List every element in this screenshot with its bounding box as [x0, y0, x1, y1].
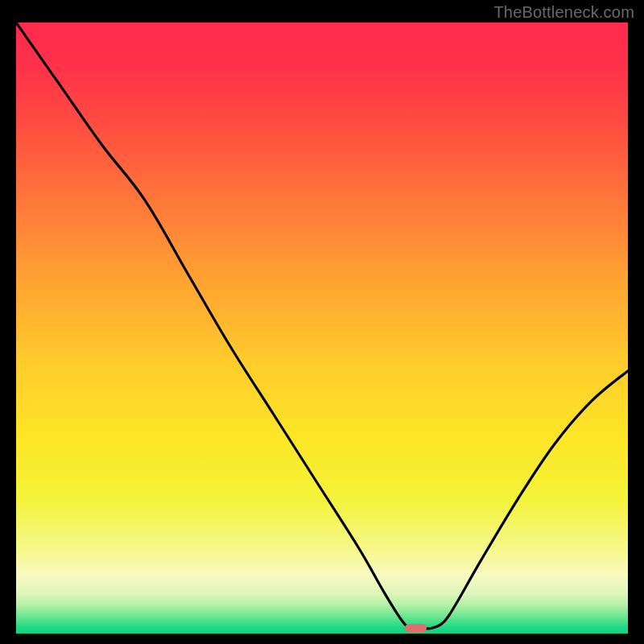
chart-frame: TheBottleneck.com — [0, 0, 644, 644]
plot-area — [16, 23, 628, 634]
watermark-label: TheBottleneck.com — [493, 3, 634, 22]
optimal-point-marker — [405, 624, 427, 632]
bottleneck-curve — [16, 23, 628, 634]
